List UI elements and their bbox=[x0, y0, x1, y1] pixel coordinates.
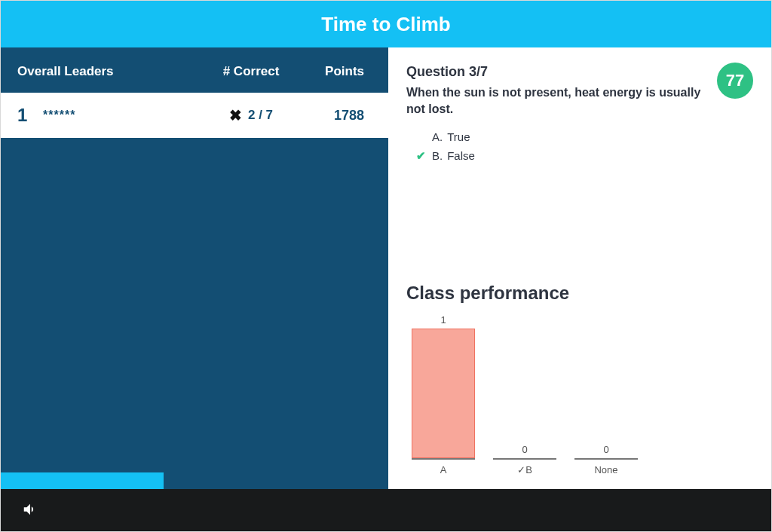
main-area: Overall Leaders # Correct Points 1 *****… bbox=[1, 47, 771, 489]
chart-bar bbox=[574, 458, 638, 460]
chart-label: None bbox=[594, 464, 617, 475]
app-header: Time to Climb bbox=[1, 1, 771, 47]
sound-icon bbox=[22, 501, 38, 518]
leader-rank: 1 bbox=[17, 105, 35, 126]
chart-label: A bbox=[440, 464, 447, 475]
answer-list: A. True ✔ B. False bbox=[406, 130, 753, 169]
leader-correct-value: 2 / 7 bbox=[248, 108, 273, 123]
chart-value: 0 bbox=[522, 444, 527, 455]
chart-bar-fill bbox=[412, 329, 475, 458]
score-badge: 77 bbox=[717, 63, 753, 99]
leaders-header-row: Overall Leaders # Correct Points bbox=[1, 47, 388, 93]
chart-bar bbox=[412, 329, 475, 460]
footer-bar bbox=[1, 489, 771, 531]
performance-title: Class performance bbox=[406, 283, 753, 304]
question-panel: Question 3/7 When the sun is not present… bbox=[388, 47, 771, 489]
check-icon: ✔ bbox=[414, 149, 427, 163]
question-meta: Question 3/7 When the sun is not present… bbox=[406, 64, 711, 118]
leader-points: 1788 bbox=[296, 108, 372, 124]
leader-correct: ✖ 2 / 7 bbox=[206, 106, 296, 124]
question-header: Question 3/7 When the sun is not present… bbox=[406, 64, 753, 118]
chart-value: 1 bbox=[440, 314, 446, 326]
answer-text: False bbox=[447, 149, 475, 162]
chart-bar-none: 0 None bbox=[572, 444, 640, 475]
question-text: When the sun is not present, heat energy… bbox=[406, 84, 708, 118]
chart-value: 0 bbox=[603, 444, 608, 455]
leaders-panel: Overall Leaders # Correct Points 1 *****… bbox=[1, 47, 388, 489]
wrong-icon: ✖ bbox=[229, 106, 242, 124]
answer-option: A. True bbox=[414, 130, 753, 143]
leader-name: ****** bbox=[35, 109, 206, 122]
performance-chart: 1 A 0 ✓B 0 None bbox=[406, 317, 753, 475]
answer-option: ✔ B. False bbox=[414, 149, 753, 163]
sound-toggle-button[interactable] bbox=[17, 497, 43, 524]
chart-bar-a: 1 A bbox=[409, 314, 477, 475]
leaders-col-points: Points bbox=[296, 64, 372, 79]
answer-letter: A. bbox=[432, 130, 443, 143]
leaders-row: 1 ****** ✖ 2 / 7 1788 bbox=[1, 93, 388, 138]
leaders-col-correct: # Correct bbox=[206, 64, 296, 79]
chart-bar bbox=[493, 458, 556, 460]
chart-bar-b: 0 ✓B bbox=[491, 444, 559, 475]
leaders-title: Overall Leaders bbox=[17, 64, 206, 79]
answer-letter: B. bbox=[432, 149, 443, 162]
header-title: Time to Climb bbox=[321, 13, 450, 36]
question-number: Question 3/7 bbox=[406, 64, 711, 80]
app-root: Time to Climb Overall Leaders # Correct … bbox=[0, 0, 772, 532]
progress-bar bbox=[1, 472, 164, 489]
chart-label: ✓B bbox=[517, 464, 532, 475]
answer-text: True bbox=[447, 130, 470, 143]
